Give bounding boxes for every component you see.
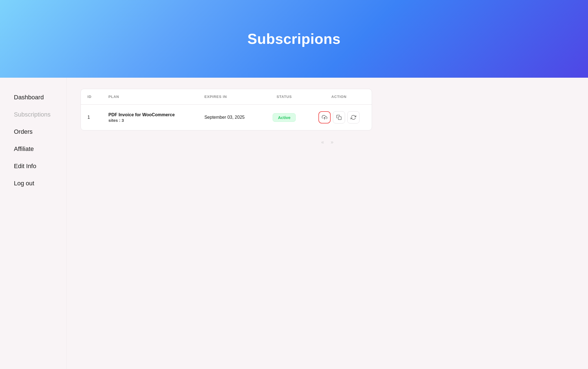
refresh-icon xyxy=(351,115,356,120)
subscriptions-table-container: ID PLAN EXPIRES IN STATUS ACTION 1 PDF I… xyxy=(81,89,372,130)
table-header-row: ID PLAN EXPIRES IN STATUS ACTION xyxy=(81,89,372,105)
cell-status: Active xyxy=(262,105,306,130)
cell-expires: September 03, 2025 xyxy=(198,105,262,130)
sidebar: Dashboard Subscriptions Orders Affiliate… xyxy=(0,78,67,369)
sidebar-item-dashboard[interactable]: Dashboard xyxy=(14,89,52,106)
sidebar-nav: Dashboard Subscriptions Orders Affiliate… xyxy=(14,89,52,192)
pagination: « » xyxy=(81,130,574,154)
status-badge: Active xyxy=(273,113,296,122)
plan-sites-count: 3 xyxy=(122,118,124,123)
col-header-status: STATUS xyxy=(262,89,306,105)
sidebar-item-affiliate[interactable]: Affiliate xyxy=(14,140,52,158)
main-layout: Dashboard Subscriptions Orders Affiliate… xyxy=(0,78,588,369)
content-area: ID PLAN EXPIRES IN STATUS ACTION 1 PDF I… xyxy=(67,78,588,369)
page-title: Subscripions xyxy=(247,31,340,47)
plan-name: PDF Invoice for WooCommerce xyxy=(108,112,191,117)
sidebar-item-subscriptions[interactable]: Subscriptions xyxy=(14,106,52,123)
table-row: 1 PDF Invoice for WooCommerce sites : 3 … xyxy=(81,105,372,130)
copy-button[interactable] xyxy=(333,111,345,123)
copy-icon xyxy=(336,115,342,120)
sidebar-item-edit-info[interactable]: Edit Info xyxy=(14,158,52,175)
col-header-expires: EXPIRES IN xyxy=(198,89,262,105)
col-header-action: ACTION xyxy=(306,89,372,105)
plan-sites-label: sites : xyxy=(108,118,120,123)
cloud-upload-icon xyxy=(322,115,327,120)
refresh-button[interactable] xyxy=(347,111,360,123)
plan-sites: sites : 3 xyxy=(108,118,191,123)
pagination-next[interactable]: » xyxy=(331,139,333,145)
download-button[interactable] xyxy=(318,111,331,123)
col-header-plan: PLAN xyxy=(102,89,198,105)
action-buttons xyxy=(313,111,365,123)
cell-action xyxy=(306,105,372,130)
sidebar-item-orders[interactable]: Orders xyxy=(14,123,52,140)
col-header-id: ID xyxy=(81,89,102,105)
cell-id: 1 xyxy=(81,105,102,130)
subscriptions-table: ID PLAN EXPIRES IN STATUS ACTION 1 PDF I… xyxy=(81,89,372,130)
page-header: Subscripions xyxy=(0,0,588,78)
cell-plan: PDF Invoice for WooCommerce sites : 3 xyxy=(102,105,198,130)
pagination-prev[interactable]: « xyxy=(321,139,324,145)
svg-rect-1 xyxy=(338,117,341,120)
sidebar-item-logout[interactable]: Log out xyxy=(14,175,52,192)
